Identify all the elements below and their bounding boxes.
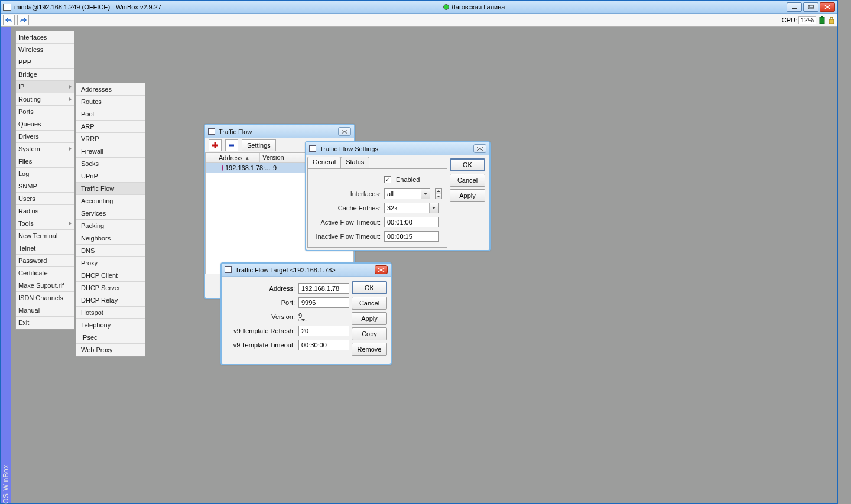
menu-item-make-supout-rif[interactable]: Make Supout.rif xyxy=(16,279,74,292)
remove-button[interactable] xyxy=(225,139,238,151)
submenu-item-socks[interactable]: Socks xyxy=(76,158,145,170)
left-stripe: RouterOS WinBox xyxy=(1,27,11,503)
active-timeout-label: Active Flow Timeout: xyxy=(313,219,381,226)
active-timeout-input[interactable] xyxy=(384,217,439,227)
window-icon xyxy=(309,145,316,152)
ok-button[interactable]: OK xyxy=(352,281,387,294)
tfs-close-button[interactable] xyxy=(473,144,486,153)
menu-item-wireless[interactable]: Wireless xyxy=(16,44,74,56)
submenu-item-arp[interactable]: ARP xyxy=(76,121,145,133)
version-combo[interactable]: 9 xyxy=(298,312,349,321)
traffic-flow-header[interactable]: Traffic Flow xyxy=(205,125,354,138)
submenu-item-upnp[interactable]: UPnP xyxy=(76,170,145,183)
submenu-item-neighbors[interactable]: Neighbors xyxy=(76,232,145,245)
menu-item-log[interactable]: Log xyxy=(16,168,74,180)
close-button[interactable] xyxy=(820,2,835,12)
cache-combo[interactable]: 32k xyxy=(384,203,439,213)
svg-line-9 xyxy=(342,130,347,134)
menu-item-ppp[interactable]: PPP xyxy=(16,56,74,69)
presence-name: Лаговская Галина xyxy=(452,4,505,11)
col-address[interactable]: Address xyxy=(206,153,260,162)
cache-label: Cache Entries: xyxy=(313,204,381,212)
submenu-item-addresses[interactable]: Addresses xyxy=(76,83,145,96)
svg-rect-1 xyxy=(808,5,813,9)
submenu-item-vrrp[interactable]: VRRP xyxy=(76,133,145,145)
cpu-value: 12% xyxy=(798,16,816,24)
svg-rect-2 xyxy=(810,5,813,8)
menu-item-isdn-channels[interactable]: ISDN Channels xyxy=(16,292,74,304)
menu-item-manual[interactable]: Manual xyxy=(16,304,74,317)
add-button[interactable] xyxy=(209,139,222,151)
tft-header[interactable]: Traffic Flow Target <192.168.1.78> xyxy=(222,264,391,277)
submenu-item-dhcp-relay[interactable]: DHCP Relay xyxy=(76,294,145,307)
tfs-header[interactable]: Traffic Flow Settings xyxy=(306,142,489,155)
traffic-flow-settings-window: Traffic Flow Settings General Status Ena… xyxy=(305,141,491,251)
presence-indicator: Лаговская Галина xyxy=(440,4,509,11)
svg-line-15 xyxy=(378,268,384,272)
tab-status[interactable]: Status xyxy=(340,157,369,168)
traffic-flow-close-button[interactable] xyxy=(338,127,351,136)
submenu-item-packing[interactable]: Packing xyxy=(76,220,145,232)
settings-button[interactable]: Settings xyxy=(242,139,276,151)
submenu-item-dhcp-client[interactable]: DHCP Client xyxy=(76,269,145,282)
menu-item-ip[interactable]: IP xyxy=(16,81,74,93)
menu-item-new-terminal[interactable]: New Terminal xyxy=(16,230,74,242)
menu-item-system[interactable]: System xyxy=(16,143,74,155)
menu-item-files[interactable]: Files xyxy=(16,155,74,168)
submenu-item-telephony[interactable]: Telephony xyxy=(76,319,145,331)
menu-item-password[interactable]: Password xyxy=(16,255,74,267)
menu-item-exit[interactable]: Exit xyxy=(16,317,74,329)
interfaces-combo[interactable]: all xyxy=(384,188,430,199)
app-window: minda@192.168.1.249 (OFFICE) - WinBox v2… xyxy=(0,0,838,504)
menu-item-tools[interactable]: Tools xyxy=(16,217,74,230)
menu-item-telnet[interactable]: Telnet xyxy=(16,242,74,255)
submenu-item-web-proxy[interactable]: Web Proxy xyxy=(76,344,145,356)
menu-item-users[interactable]: Users xyxy=(16,193,74,205)
submenu-item-traffic-flow[interactable]: Traffic Flow xyxy=(76,183,145,195)
cancel-button[interactable]: Cancel xyxy=(450,174,485,187)
apply-button[interactable]: Apply xyxy=(450,189,485,202)
tab-general[interactable]: General xyxy=(307,157,341,168)
timeout-input[interactable] xyxy=(298,340,349,350)
battery-icon xyxy=(818,16,826,24)
interfaces-spin[interactable] xyxy=(435,188,442,199)
submenu-item-pool[interactable]: Pool xyxy=(76,108,145,121)
submenu-item-proxy[interactable]: Proxy xyxy=(76,257,145,269)
traffic-flow-target-window: Traffic Flow Target <192.168.1.78> Addre… xyxy=(220,262,392,365)
menu-item-drivers[interactable]: Drivers xyxy=(16,131,74,143)
menu-item-snmp[interactable]: SNMP xyxy=(16,180,74,193)
inactive-timeout-input[interactable] xyxy=(384,231,439,242)
port-input[interactable] xyxy=(298,297,349,308)
undo-button[interactable] xyxy=(3,15,15,25)
tft-close-button[interactable] xyxy=(375,265,388,274)
submenu-item-routes[interactable]: Routes xyxy=(76,96,145,108)
menu-item-routing[interactable]: Routing xyxy=(16,93,74,106)
interfaces-label: Interfaces: xyxy=(313,190,381,197)
main-menu: InterfacesWirelessPPPBridgeIPRoutingPort… xyxy=(15,31,74,330)
cancel-button[interactable]: Cancel xyxy=(352,297,387,310)
refresh-input[interactable] xyxy=(298,326,349,336)
enabled-checkbox[interactable] xyxy=(384,176,391,183)
apply-button[interactable]: Apply xyxy=(352,312,387,325)
submenu-item-dns[interactable]: DNS xyxy=(76,245,145,257)
menu-item-queues[interactable]: Queues xyxy=(16,118,74,131)
submenu-item-firewall[interactable]: Firewall xyxy=(76,145,145,158)
submenu-item-services[interactable]: Services xyxy=(76,207,145,220)
maximize-button[interactable] xyxy=(803,2,818,12)
address-input[interactable] xyxy=(298,283,349,294)
minimize-button[interactable] xyxy=(787,2,802,12)
menu-item-bridge[interactable]: Bridge xyxy=(16,69,74,81)
ok-button[interactable]: OK xyxy=(450,158,485,171)
remove-button[interactable]: Remove xyxy=(352,343,387,356)
submenu-item-hotspot[interactable]: Hotspot xyxy=(76,307,145,319)
menu-item-ports[interactable]: Ports xyxy=(16,106,74,118)
submenu-item-dhcp-server[interactable]: DHCP Server xyxy=(76,282,145,294)
submenu-item-ipsec[interactable]: IPsec xyxy=(76,331,145,344)
copy-button[interactable]: Copy xyxy=(352,327,387,340)
menu-item-interfaces[interactable]: Interfaces xyxy=(16,31,74,44)
svg-line-16 xyxy=(378,268,384,272)
menu-item-certificate[interactable]: Certificate xyxy=(16,267,74,279)
submenu-item-accounting[interactable]: Accounting xyxy=(76,195,145,207)
menu-item-radius[interactable]: Radius xyxy=(16,205,74,217)
redo-button[interactable] xyxy=(17,15,29,25)
